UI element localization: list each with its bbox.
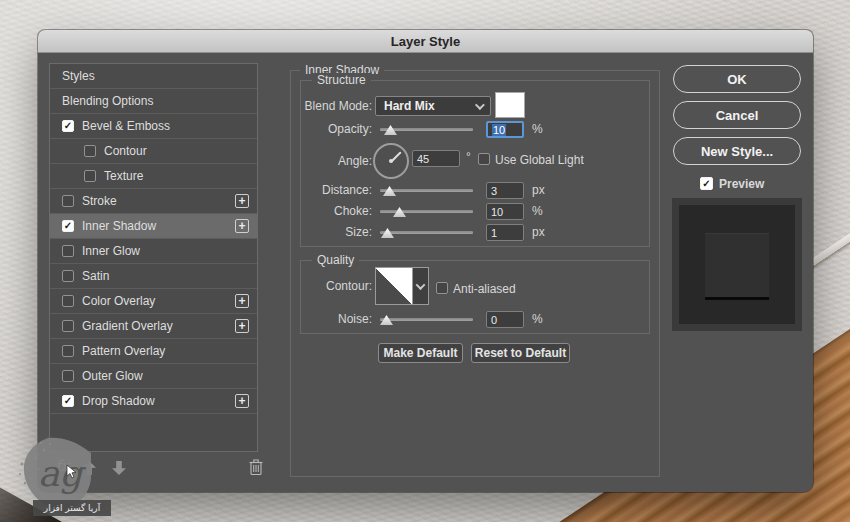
choke-input[interactable]: 10 (486, 203, 524, 220)
reset-to-default-button[interactable]: Reset to Default (471, 343, 570, 363)
noise-label: Noise: (280, 312, 372, 326)
use-global-light-checkbox[interactable] (478, 153, 490, 165)
sidebar-item-texture[interactable]: Texture (50, 164, 257, 189)
chevron-down-icon (475, 100, 485, 110)
plus-icon[interactable]: + (235, 394, 249, 408)
checkbox-unchecked-icon[interactable] (62, 270, 74, 282)
style-list: Styles Blending Options ✓ Bevel & Emboss… (49, 63, 258, 452)
quality-group-title: Quality (312, 253, 359, 267)
chevron-down-icon (416, 280, 426, 290)
plus-icon[interactable]: + (235, 219, 249, 233)
angle-input[interactable]: 45 (412, 150, 460, 167)
shadow-color-swatch[interactable] (495, 92, 525, 118)
sidebar-item-contour[interactable]: Contour (50, 139, 257, 164)
layer-style-dialog: Layer Style Styles Blending Options ✓ Be… (38, 30, 813, 492)
noise-slider[interactable] (380, 314, 473, 326)
choke-unit: % (532, 204, 543, 218)
sidebar-item-stroke[interactable]: Stroke + (50, 189, 257, 214)
noise-input[interactable]: 0 (486, 311, 524, 328)
checkbox-unchecked-icon[interactable] (62, 320, 74, 332)
sidebar-item-blending-options[interactable]: Blending Options (50, 89, 257, 114)
opacity-slider[interactable] (380, 124, 473, 136)
sidebar-item-inner-shadow[interactable]: ✓ Inner Shadow + (50, 214, 257, 239)
sidebar-item-pattern-overlay[interactable]: Pattern Overlay (50, 339, 257, 364)
noise-unit: % (532, 312, 543, 326)
checkbox-unchecked-icon[interactable] (62, 295, 74, 307)
style-preview-thumbnail (672, 198, 802, 331)
angle-label: Angle: (280, 154, 372, 168)
sidebar-item-satin[interactable]: Satin (50, 264, 257, 289)
sidebar-item-styles[interactable]: Styles (50, 64, 257, 89)
checkbox-unchecked-icon[interactable] (62, 195, 74, 207)
choke-label: Choke: (280, 204, 372, 218)
opacity-unit: % (532, 122, 543, 136)
structure-group-title: Structure (312, 73, 371, 87)
blend-mode-select[interactable]: Hard Mix (375, 96, 491, 116)
preview-label: Preview (719, 177, 764, 191)
contour-dropdown[interactable] (413, 267, 429, 305)
size-input[interactable]: 1 (486, 224, 524, 241)
dialog-title: Layer Style (391, 34, 460, 49)
checkbox-unchecked-icon[interactable] (62, 245, 74, 257)
blend-mode-label: Blend Mode: (280, 99, 372, 113)
use-global-light-label: Use Global Light (495, 153, 584, 167)
opacity-label: Opacity: (280, 122, 372, 136)
contour-label: Contour: (280, 279, 372, 293)
trash-icon[interactable] (249, 459, 263, 480)
preview-checkbox[interactable]: ✓ (700, 177, 713, 190)
sidebar-item-color-overlay[interactable]: Color Overlay + (50, 289, 257, 314)
distance-unit: px (532, 183, 545, 197)
contour-picker[interactable] (375, 267, 413, 305)
angle-dial[interactable] (373, 143, 409, 179)
size-slider[interactable] (380, 227, 473, 239)
sidebar-item-bevel-emboss[interactable]: ✓ Bevel & Emboss (50, 114, 257, 139)
watermark-caption: آریا گستر افزار (33, 500, 111, 516)
dialog-titlebar[interactable]: Layer Style (38, 30, 813, 53)
size-unit: px (532, 225, 545, 239)
checkbox-checked-icon[interactable]: ✓ (62, 395, 74, 407)
make-default-button[interactable]: Make Default (378, 343, 463, 363)
checkbox-checked-icon[interactable]: ✓ (62, 220, 74, 232)
sidebar-item-drop-shadow[interactable]: ✓ Drop Shadow + (50, 389, 257, 414)
plus-icon[interactable]: + (235, 294, 249, 308)
sidebar-item-inner-glow[interactable]: Inner Glow (50, 239, 257, 264)
new-style-button[interactable]: New Style... (673, 137, 801, 165)
plus-icon[interactable]: + (235, 319, 249, 333)
checkbox-unchecked-icon[interactable] (84, 170, 96, 182)
checkbox-unchecked-icon[interactable] (84, 145, 96, 157)
ok-button[interactable]: OK (673, 65, 801, 93)
anti-aliased-checkbox[interactable] (436, 282, 448, 294)
checkbox-unchecked-icon[interactable] (62, 370, 74, 382)
sidebar-item-outer-glow[interactable]: Outer Glow (50, 364, 257, 389)
move-down-icon[interactable] (112, 461, 126, 475)
opacity-input[interactable]: 10 (486, 121, 524, 138)
distance-input[interactable]: 3 (486, 182, 524, 199)
checkbox-checked-icon[interactable]: ✓ (62, 120, 74, 132)
svg-text:ag: ag (38, 453, 86, 494)
mouse-cursor (66, 464, 77, 483)
plus-icon[interactable]: + (235, 194, 249, 208)
anti-aliased-label: Anti-aliased (453, 282, 516, 296)
checkbox-unchecked-icon[interactable] (62, 345, 74, 357)
choke-slider[interactable] (380, 206, 473, 218)
distance-label: Distance: (280, 183, 372, 197)
preview-bevel-square (705, 233, 769, 297)
distance-slider[interactable] (380, 185, 473, 197)
sidebar-item-gradient-overlay[interactable]: Gradient Overlay + (50, 314, 257, 339)
cancel-button[interactable]: Cancel (673, 101, 801, 129)
angle-unit: ° (466, 150, 471, 164)
size-label: Size: (280, 225, 372, 239)
